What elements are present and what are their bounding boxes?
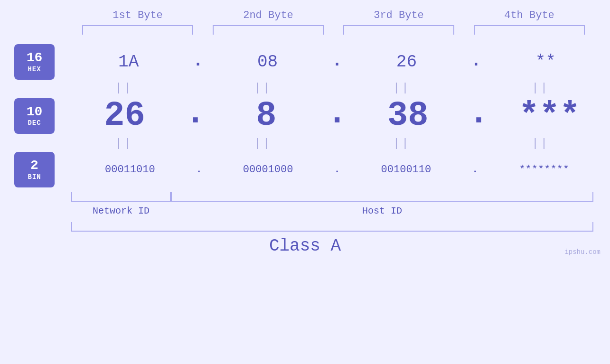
eq2-4: || bbox=[471, 137, 610, 150]
bracket-line-3 bbox=[343, 25, 454, 35]
dec-badge: 10 DEC bbox=[14, 98, 55, 134]
eq1-3: || bbox=[332, 82, 471, 94]
bin-badge-number: 2 bbox=[30, 159, 38, 173]
dec-values: 26 . 8 . 38 . *** bbox=[64, 96, 610, 135]
host-id-label: Host ID bbox=[171, 205, 593, 216]
dec-dot2: . bbox=[327, 96, 347, 135]
eq2-2: || bbox=[194, 137, 333, 150]
hex-badge: 16 HEX bbox=[14, 44, 55, 80]
bin-dot3: . bbox=[472, 165, 478, 175]
bracket-cell-2 bbox=[203, 25, 334, 35]
bin-byte3: 00100110 bbox=[340, 164, 472, 176]
bin-row: 2 BIN 00011010 . 00001000 . 00100110 . *… bbox=[0, 152, 610, 187]
class-label: Class A bbox=[0, 236, 610, 261]
bottom-section: Network ID Host ID Class A ipshu.com bbox=[0, 192, 610, 261]
bracket-line-2 bbox=[213, 25, 324, 35]
hex-byte4: ** bbox=[481, 52, 610, 72]
bracket-line-1 bbox=[82, 25, 193, 35]
hex-byte1: 1A bbox=[64, 52, 193, 72]
bin-values: 00011010 . 00001000 . 00100110 . *******… bbox=[64, 164, 610, 176]
dec-row: 10 DEC 26 . 8 . 38 . *** bbox=[0, 96, 610, 135]
eq1-4: || bbox=[471, 82, 610, 94]
big-bracket bbox=[71, 222, 593, 232]
hex-byte2: 08 bbox=[203, 52, 332, 72]
byte-headers-row: 1st Byte 2nd Byte 3rd Byte 4th Byte bbox=[73, 9, 595, 21]
dec-badge-label: DEC bbox=[28, 119, 41, 127]
hex-dot2: . bbox=[332, 53, 342, 72]
bin-byte2: 00001000 bbox=[202, 164, 334, 176]
top-brackets bbox=[73, 25, 595, 35]
bin-dot2: . bbox=[334, 165, 340, 175]
eq1-1: || bbox=[55, 82, 194, 94]
byte2-header: 2nd Byte bbox=[203, 9, 334, 21]
dec-byte3: 38 bbox=[347, 96, 469, 135]
hex-badge-number: 16 bbox=[27, 51, 43, 65]
eq1-2: || bbox=[194, 82, 333, 94]
byte3-header: 3rd Byte bbox=[334, 9, 464, 21]
eq2-1: || bbox=[55, 137, 194, 150]
dec-byte1: 26 bbox=[64, 96, 185, 135]
bracket-cell-3 bbox=[334, 25, 464, 35]
bin-byte1: 00011010 bbox=[64, 164, 196, 176]
dec-byte2: 8 bbox=[206, 96, 327, 135]
watermark: ipshu.com bbox=[564, 248, 601, 256]
bin-badge-label: BIN bbox=[28, 173, 41, 181]
network-bracket bbox=[71, 192, 171, 202]
bin-byte4: ******** bbox=[478, 164, 610, 176]
network-id-label: Network ID bbox=[71, 205, 171, 216]
dec-badge-number: 10 bbox=[27, 105, 43, 120]
hex-badge-label: HEX bbox=[28, 65, 41, 73]
main-container: 1st Byte 2nd Byte 3rd Byte 4th Byte 16 H… bbox=[0, 0, 610, 364]
eq2-3: || bbox=[332, 137, 471, 150]
equals-row-1: || || || || bbox=[0, 82, 610, 94]
bracket-cell-4 bbox=[464, 25, 595, 35]
hex-row: 16 HEX 1A . 08 . 26 . ** bbox=[0, 44, 610, 80]
id-labels: Network ID Host ID bbox=[71, 205, 593, 216]
byte4-header: 4th Byte bbox=[464, 9, 595, 21]
equals-row-2: || || || || bbox=[0, 137, 610, 150]
hex-values: 1A . 08 . 26 . ** bbox=[64, 52, 610, 72]
hex-dot3: . bbox=[471, 53, 481, 72]
dec-dot3: . bbox=[469, 96, 489, 135]
hex-dot1: . bbox=[193, 53, 203, 72]
bracket-cell-1 bbox=[73, 25, 203, 35]
bin-badge: 2 BIN bbox=[14, 152, 55, 187]
bottom-brackets bbox=[71, 192, 593, 202]
hex-byte3: 26 bbox=[342, 52, 471, 72]
bin-dot1: . bbox=[196, 165, 202, 175]
bracket-line-4 bbox=[474, 25, 585, 35]
dec-dot1: . bbox=[185, 96, 206, 135]
dec-byte4: *** bbox=[489, 96, 610, 135]
host-bracket bbox=[171, 192, 593, 202]
byte1-header: 1st Byte bbox=[73, 9, 203, 21]
